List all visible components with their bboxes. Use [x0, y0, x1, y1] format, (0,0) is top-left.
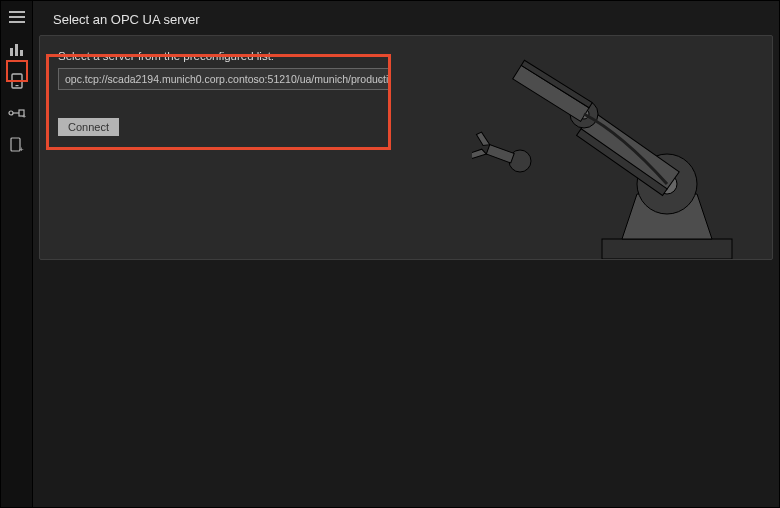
server-list-label: Select a server from the preconfigured l… [58, 50, 390, 62]
svg-rect-7 [15, 85, 18, 86]
robot-arm-illustration [472, 35, 762, 259]
nav-device[interactable] [6, 71, 28, 91]
svg-rect-23 [486, 145, 514, 163]
svg-rect-2 [9, 21, 25, 23]
page-title: Select an OPC UA server [39, 12, 200, 27]
svg-rect-5 [20, 50, 23, 56]
svg-rect-4 [15, 44, 18, 56]
bar-chart-icon [9, 42, 25, 56]
svg-rect-16 [581, 112, 680, 190]
menu-icon [9, 10, 25, 24]
nav-pipeline[interactable]: + [6, 103, 28, 123]
svg-text:+: + [19, 145, 24, 153]
server-select-form: Select a server from the preconfigured l… [58, 50, 390, 136]
connect-button[interactable]: Connect [58, 118, 119, 136]
server-select-panel: Select a server from the preconfigured l… [39, 35, 773, 260]
main: Select an OPC UA server Select a server … [33, 1, 779, 507]
svg-rect-1 [9, 16, 25, 18]
sidebar: + + [1, 1, 33, 507]
header: Select an OPC UA server [39, 5, 773, 33]
flow-icon: + [8, 107, 26, 119]
chevron-down-icon: ⌄ [377, 69, 385, 89]
tablet-icon [11, 73, 23, 89]
svg-rect-13 [602, 239, 732, 259]
svg-text:+: + [22, 113, 26, 119]
svg-point-8 [9, 111, 13, 115]
nav-menu[interactable] [6, 7, 28, 27]
svg-rect-3 [10, 48, 13, 56]
server-dropdown-value: opc.tcp://scada2194.munich0.corp.contoso… [65, 73, 390, 85]
nav-add-device[interactable]: + [6, 135, 28, 155]
server-dropdown[interactable]: opc.tcp://scada2194.munich0.corp.contoso… [58, 68, 390, 90]
nav-dashboard[interactable] [6, 39, 28, 59]
tablet-plus-icon: + [10, 137, 24, 153]
svg-rect-0 [9, 11, 25, 13]
